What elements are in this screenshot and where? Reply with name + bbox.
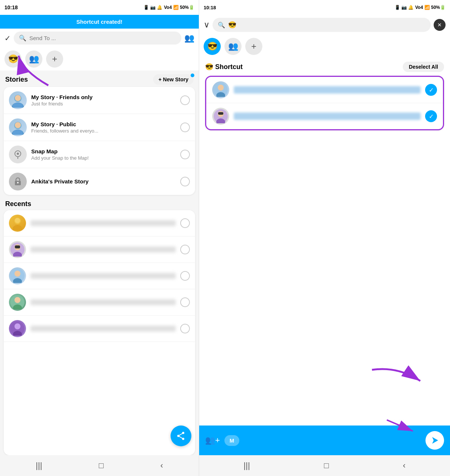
contact-name-2 — [234, 113, 421, 120]
recents-title: Recents — [5, 200, 31, 208]
contact-item-2[interactable]: ✓ — [206, 103, 443, 129]
story-item-private[interactable]: Ankita's Private Story — [4, 168, 195, 195]
recipient-chip: M — [224, 435, 240, 446]
search-input[interactable] — [29, 35, 176, 41]
story-avatar-friends — [9, 91, 27, 109]
right-time: 10:18 — [204, 5, 216, 10]
story-avatar-snapmap — [9, 146, 27, 163]
nav-back-left[interactable]: ‹ — [160, 461, 163, 470]
story-sub-public: Friends, followers and everyo... — [31, 128, 176, 134]
recent-avatar-2 — [9, 241, 26, 258]
story-info-snapmap: Snap Map Add your Snap to the Map! — [31, 148, 176, 161]
shortcut-banner: Shortcut created! — [0, 15, 199, 29]
recent-item-1[interactable] — [4, 210, 195, 237]
contact-item-1[interactable]: ✓ — [206, 77, 443, 103]
right-spacer — [199, 130, 450, 426]
chip-sunglasses[interactable]: 😎 — [4, 50, 22, 68]
recent-name-2 — [30, 247, 176, 252]
story-avatar-private — [9, 173, 27, 190]
story-info-private: Ankita's Private Story — [31, 178, 176, 185]
recent-radio-1[interactable] — [180, 218, 190, 228]
contact-name-1 — [234, 86, 421, 94]
right-close-button[interactable]: ✕ — [434, 19, 446, 31]
friends-icon[interactable]: 👥 — [184, 33, 194, 43]
svg-point-36 — [218, 85, 224, 91]
add-friend-button[interactable]: 👥+ — [205, 436, 220, 445]
story-item-public[interactable]: My Story · Public Friends, followers and… — [4, 114, 195, 141]
stories-section-header: Stories + New Story — [0, 71, 199, 87]
contact-avatar-1 — [212, 81, 229, 98]
recent-radio-4[interactable] — [180, 297, 190, 307]
recent-avatar-4 — [9, 294, 26, 311]
recent-name-4 — [30, 299, 176, 305]
recent-name-1 — [30, 220, 176, 226]
svg-point-7 — [13, 130, 23, 135]
story-radio-snapmap[interactable] — [180, 150, 190, 159]
recent-item-4[interactable] — [4, 289, 195, 316]
svg-point-12 — [17, 182, 19, 183]
nav-home-right[interactable]: □ — [324, 461, 329, 470]
nav-home-left[interactable]: □ — [99, 461, 104, 470]
story-item-friends[interactable]: My Story · Friends only Just for friends — [4, 87, 195, 114]
right-chip-sunglasses[interactable]: 😎 — [204, 38, 221, 55]
recent-radio-2[interactable] — [180, 245, 190, 254]
svg-rect-41 — [218, 112, 223, 115]
right-chip-add[interactable]: + — [245, 38, 262, 55]
recent-avatar-5 — [9, 320, 26, 337]
recent-item-5[interactable] — [4, 316, 195, 342]
story-info-public: My Story · Public Friends, followers and… — [31, 121, 176, 134]
filter-chips: 😎 👥 + — [0, 48, 199, 71]
story-radio-friends[interactable] — [180, 95, 190, 105]
share-fab[interactable] — [171, 426, 191, 446]
stories-title: Stories — [5, 76, 28, 84]
contact-check-1[interactable]: ✓ — [425, 84, 437, 96]
svg-point-15 — [13, 225, 22, 230]
recents-list — [4, 210, 195, 455]
svg-point-25 — [14, 297, 20, 303]
contact-list: ✓ ✓ — [205, 76, 444, 130]
contact-check-2[interactable]: ✓ — [425, 110, 437, 122]
story-name-private: Ankita's Private Story — [31, 178, 176, 185]
nav-recents-right[interactable]: ||| — [244, 461, 250, 470]
left-status-bar: 10:18 📱 📷 🔔 Vo4 📶 50%🔋 — [0, 0, 199, 15]
story-item-snapmap[interactable]: Snap Map Add your Snap to the Map! — [4, 141, 195, 168]
chip-friends[interactable]: 👥 — [25, 50, 42, 68]
nav-back-right[interactable]: ‹ — [403, 461, 405, 470]
back-button[interactable]: ✓ — [4, 34, 11, 43]
story-name-friends: My Story · Friends only — [31, 94, 176, 100]
nav-recents-left[interactable]: ||| — [36, 461, 42, 470]
recent-radio-3[interactable] — [180, 271, 190, 281]
story-radio-public[interactable] — [180, 123, 190, 132]
send-button[interactable] — [425, 431, 444, 450]
recent-name-3 — [30, 273, 176, 279]
recent-item-2[interactable] — [4, 237, 195, 263]
story-sub-snapmap: Add your Snap to the Map! — [31, 155, 176, 161]
right-chip-friends[interactable]: 👥 — [224, 38, 242, 55]
svg-point-2 — [15, 95, 21, 101]
contact-avatar-2 — [212, 108, 229, 125]
svg-point-3 — [13, 102, 23, 108]
recent-item-3[interactable] — [4, 263, 195, 289]
recent-radio-5[interactable] — [180, 324, 190, 333]
left-status-icons: 📱 📷 🔔 Vo4 📶 50%🔋 — [143, 5, 194, 10]
right-back-button[interactable]: ∨ — [204, 20, 210, 30]
new-story-button[interactable]: + New Story — [153, 74, 194, 85]
shortcut-header: 😎 Shortcut Deselect All — [199, 58, 450, 76]
svg-point-16 — [15, 218, 20, 223]
recents-section-header: Recents — [0, 195, 199, 210]
story-radio-private[interactable] — [180, 177, 190, 186]
right-search-bar: ∨ 🔍 😎 ✕ — [199, 15, 450, 35]
chip-add[interactable]: + — [46, 50, 63, 68]
recent-name-5 — [30, 326, 176, 332]
svg-point-22 — [14, 271, 20, 277]
left-panel: 10:18 📱 📷 🔔 Vo4 📶 50%🔋 Shortcut created!… — [0, 0, 199, 476]
stories-list: My Story · Friends only Just for friends… — [4, 87, 195, 195]
svg-rect-20 — [15, 245, 20, 248]
svg-point-28 — [14, 323, 20, 329]
right-search-inner[interactable]: 🔍 😎 — [213, 18, 431, 32]
search-input-wrap[interactable]: 🔍 — [14, 32, 181, 45]
svg-point-9 — [17, 153, 19, 155]
bottom-send-bar: 👥+ M — [199, 426, 450, 455]
left-time: 10:18 — [4, 4, 18, 10]
deselect-all-button[interactable]: Deselect All — [403, 62, 444, 72]
